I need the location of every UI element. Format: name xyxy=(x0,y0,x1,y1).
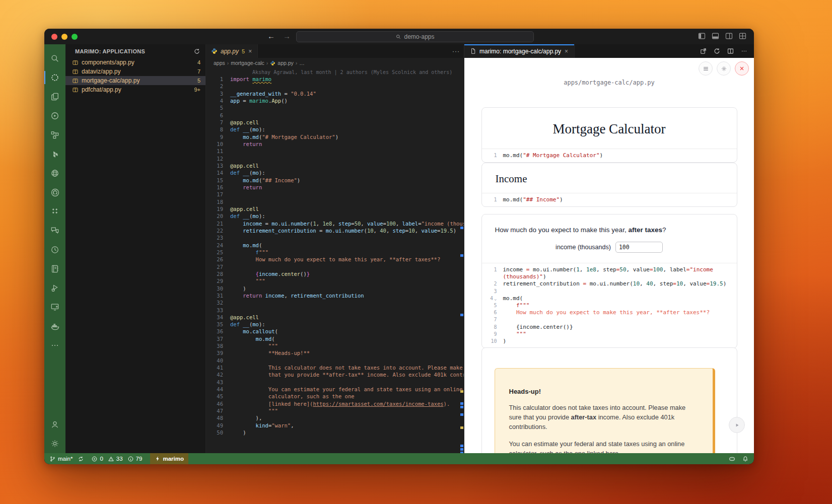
refresh-icon[interactable] xyxy=(713,47,721,55)
code-line: 21 income = mo.ui.number(1, 1e8, step=50… xyxy=(206,220,464,227)
git-branch-status[interactable]: main* xyxy=(49,456,84,462)
sidebar-item-dataviz-app-py[interactable]: dataviz/app.py 7 xyxy=(65,67,205,76)
notebook-icon xyxy=(72,87,79,93)
tab-app-py[interactable]: app.py 5 × xyxy=(206,44,258,58)
history-icon[interactable] xyxy=(44,240,65,259)
breadcrumb-file[interactable]: app.py xyxy=(278,60,294,66)
code-line: 8 {income.center()} xyxy=(482,324,737,331)
notifications-bell-icon[interactable] xyxy=(742,455,749,462)
account-icon[interactable] xyxy=(44,415,65,434)
cell-code[interactable]: 1income = mo.ui.number(1, 1e8, step=50, … xyxy=(482,263,737,348)
code-line: 13@app.cell xyxy=(206,162,464,169)
close-tab-icon[interactable]: × xyxy=(564,48,569,55)
code-line: 19@app.cell xyxy=(206,205,464,212)
sidebar-item-pdfchat-app-py[interactable]: pdfchat/app.py 9+ xyxy=(65,85,205,94)
copy-files-icon[interactable] xyxy=(44,87,65,106)
editor-group-webview: marimo: mortgage-calc/app.py × xyxy=(464,44,754,453)
minimize-window-button[interactable] xyxy=(61,34,67,40)
code-line: 6 How much do you expect to make this ye… xyxy=(482,309,737,316)
callout-paragraph-1: This calculator does not take taxes into… xyxy=(509,403,699,431)
search-icon xyxy=(395,34,401,40)
open-external-icon[interactable] xyxy=(700,47,707,55)
status-bar: main* 0 33 79 marimo xyxy=(44,453,754,464)
breadcrumb-symbol[interactable]: … xyxy=(299,60,305,66)
refresh-icon[interactable] xyxy=(193,48,200,55)
terraform-icon[interactable] xyxy=(44,145,65,164)
code-line: 25 f""" xyxy=(206,249,464,256)
cell-card-income[interactable]: Income 1mo.md("## Income") xyxy=(481,163,737,207)
toggle-secondary-sidebar-icon[interactable] xyxy=(725,32,733,40)
docker-icon[interactable] xyxy=(44,317,65,336)
command-center-search[interactable]: demo-apps xyxy=(296,31,534,42)
diamonds-icon[interactable] xyxy=(44,202,65,221)
toggle-panel-icon[interactable] xyxy=(711,32,720,40)
app-file-path: apps/mortgage-calc/app.py xyxy=(464,79,754,86)
breadcrumb[interactable]: apps› mortgage-calc› app.py› … xyxy=(206,58,464,68)
symbols-icon[interactable] xyxy=(44,125,65,145)
marimo-icon[interactable] xyxy=(44,68,65,87)
more-actions-icon[interactable]: ··· xyxy=(452,44,460,58)
tab-marimo-webview[interactable]: marimo: mortgage-calc/app.py × xyxy=(464,44,575,58)
test-run-icon[interactable] xyxy=(44,278,65,298)
customize-layout-icon[interactable] xyxy=(738,32,747,40)
breadcrumb-mortgage-calc[interactable]: mortgage-calc xyxy=(231,60,264,66)
bolt-icon xyxy=(155,456,161,462)
code-line: 43 xyxy=(206,379,464,386)
code-line: 15 mo.md("## Income") xyxy=(206,177,464,184)
item-count-badge: 7 xyxy=(197,68,200,75)
cell-card-callout[interactable]: Heads-up! This calculator does not take … xyxy=(481,347,737,453)
marimo-status-item[interactable]: marimo xyxy=(150,453,188,464)
code-line: 9 mo.md("# Mortgage Calculator") xyxy=(206,133,464,140)
sync-icon[interactable] xyxy=(78,456,84,462)
code-line: 3 xyxy=(482,288,737,295)
cell-card-income-form[interactable]: How much do you expect to make this year… xyxy=(481,214,737,348)
code-editor[interactable]: Akshay Agrawal, last month | 2 authors (… xyxy=(206,68,464,453)
code-line: 37 mo.md( xyxy=(206,335,464,342)
sidebar-title: MARIMO: APPLICATIONS xyxy=(75,48,145,54)
more-actions-icon[interactable] xyxy=(740,47,748,55)
cell-code[interactable]: 1mo.md("## Income") xyxy=(482,193,737,206)
toggle-primary-sidebar-icon[interactable] xyxy=(698,32,706,40)
python-icon xyxy=(211,48,218,54)
menu-icon[interactable] xyxy=(699,61,713,76)
remote-monitor-icon[interactable] xyxy=(44,298,65,317)
code-line: 40 xyxy=(206,357,464,364)
code-line: 31 return income, retirement_contributio… xyxy=(206,292,464,299)
split-editor-icon[interactable] xyxy=(727,47,734,55)
close-tab-icon[interactable]: × xyxy=(248,48,252,55)
code-line: (thousands)") xyxy=(482,273,737,280)
code-line: 30 ) xyxy=(206,285,464,292)
code-line: 5 xyxy=(206,104,464,111)
back-arrow-icon[interactable]: ← xyxy=(267,32,275,40)
settings-gear-icon[interactable] xyxy=(717,61,731,76)
breadcrumb-apps[interactable]: apps xyxy=(214,60,225,66)
code-line: 34@app.cell xyxy=(206,314,464,321)
code-line: 48 ), xyxy=(206,414,464,421)
settings-gear-icon[interactable] xyxy=(44,434,65,453)
more-icon[interactable] xyxy=(44,336,65,355)
shutdown-close-icon[interactable] xyxy=(735,61,749,76)
title-bar: ← → demo-apps xyxy=(44,29,754,45)
run-circle-icon[interactable] xyxy=(44,106,65,125)
cell-card-title[interactable]: Mortgage Calculator 1mo.md("# Mortgage C… xyxy=(481,107,737,163)
code-line: 42 that you provide **after-tax** income… xyxy=(206,371,464,378)
code-line: 12 xyxy=(206,155,464,162)
run-cell-button[interactable] xyxy=(729,417,745,433)
code-line: 10 return xyxy=(206,140,464,148)
code-line: 26 How much do you expect to make this y… xyxy=(206,256,464,263)
code-line: 11 xyxy=(206,148,464,155)
search-icon[interactable] xyxy=(44,49,65,68)
income-number-input[interactable] xyxy=(615,242,663,253)
close-window-button[interactable] xyxy=(51,34,57,40)
sidebar-item-mortgage-calc-app-py[interactable]: mortgage-calc/app.py 5 xyxy=(65,76,205,85)
zoom-window-button[interactable] xyxy=(72,34,78,40)
sidebar-item-components-app-py[interactable]: components/app.py 4 xyxy=(65,58,205,67)
comments-icon[interactable] xyxy=(44,221,65,240)
cell-code[interactable]: 1mo.md("# Mortgage Calculator") xyxy=(482,149,737,162)
forward-arrow-icon[interactable]: → xyxy=(283,32,291,40)
notebook-icon[interactable] xyxy=(44,259,65,278)
globe-icon[interactable] xyxy=(44,164,65,183)
problems-status[interactable]: 0 33 79 xyxy=(91,456,142,462)
github-icon[interactable] xyxy=(44,183,65,202)
copilot-icon[interactable] xyxy=(728,455,736,463)
